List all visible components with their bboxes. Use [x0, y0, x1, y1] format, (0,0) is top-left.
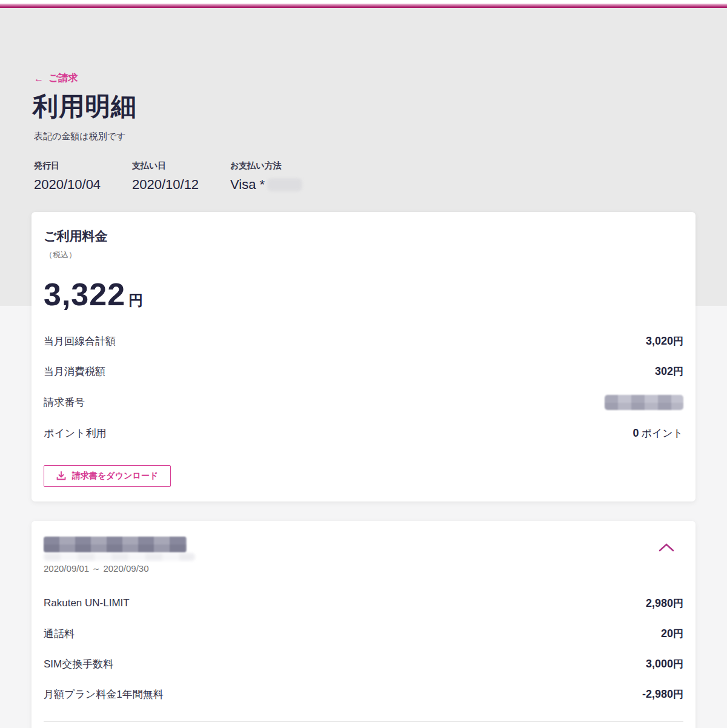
page-title: 利用明細 [33, 90, 695, 124]
row-unit: 円 [673, 598, 683, 609]
download-invoice-button[interactable]: 請求書をダウンロード [44, 465, 171, 487]
row-value: 3,000 [646, 658, 673, 670]
billing-period: 2020/09/01 ～ 2020/09/30 [44, 563, 195, 575]
line-detail-card: 2020/09/01 ～ 2020/09/30 Rakuten UN-LIMIT… [32, 521, 695, 728]
total-amount: 3,322 円 [44, 276, 683, 313]
row-unit: 円 [673, 689, 683, 700]
row-value: 2,980 [646, 597, 673, 609]
meta-value: Visa * [230, 177, 265, 193]
meta-label: お支払い方法 [230, 160, 328, 171]
row-value: 20 [661, 627, 673, 640]
table-row: 請求番号 [44, 386, 683, 418]
meta-payment-method: お支払い方法 Visa * [230, 160, 328, 193]
table-row: Rakuten UN-LIMIT 2,980円 [44, 588, 683, 618]
back-link[interactable]: ← ご請求 [34, 72, 78, 85]
chevron-up-icon [658, 543, 675, 552]
back-arrow-icon: ← [34, 73, 44, 84]
meta-label: 発行日 [34, 160, 132, 171]
billing-summary-card: ご利用料金 （税込） 3,322 円 当月回線合計額 3,020円 当月消費税額… [32, 212, 695, 501]
table-row: SIM交換手数料 3,000円 [44, 649, 683, 679]
row-value: -2,980 [642, 688, 673, 700]
table-row: 通話料 20円 [44, 618, 683, 649]
row-label: SIM交換手数料 [44, 657, 113, 671]
row-label: Rakuten UN-LIMIT [44, 597, 130, 609]
row-label: ポイント利用 [44, 426, 107, 440]
total-amount-number: 3,322 [44, 276, 125, 313]
row-label: 通話料 [44, 627, 75, 641]
main-content: ← ご請求 利用明細 表記の金額は税別です 発行日 2020/10/04 支払い… [0, 58, 727, 728]
row-value: 0 [632, 427, 639, 439]
meta-value: 2020/10/12 [132, 177, 230, 193]
row-unit: 円 [673, 366, 683, 377]
collapse-card-button[interactable] [658, 543, 675, 552]
row-value: 3,020 [646, 335, 673, 347]
tax-included-note: （税込） [45, 250, 683, 260]
table-row: 月額プラン料金1年間無料 -2,980円 [44, 679, 683, 709]
total-amount-unit: 円 [128, 291, 143, 310]
meta-label: 支払い日 [132, 160, 230, 171]
table-row: 当月消費税額 302円 [44, 356, 683, 386]
download-button-label: 請求書をダウンロード [72, 471, 158, 481]
meta-payment-date: 支払い日 2020/10/12 [132, 160, 230, 193]
row-label: 月額プラン料金1年間無料 [44, 687, 164, 701]
line-holder-info: 2020/09/01 ～ 2020/09/30 [44, 537, 195, 575]
row-unit: 円 [673, 628, 683, 640]
summary-rows: 当月回線合計額 3,020円 当月消費税額 302円 請求番号 ポイント利用 0… [44, 326, 683, 448]
invoice-meta: 発行日 2020/10/04 支払い日 2020/10/12 お支払い方法 Vi… [34, 160, 695, 193]
detail-rows: Rakuten UN-LIMIT 2,980円 通話料 20円 SIM交換手数料… [44, 588, 683, 709]
row-label: 請求番号 [44, 395, 85, 409]
page-subtitle: 表記の金額は税別です [34, 131, 695, 142]
card-number-redacted [267, 178, 302, 191]
download-icon [56, 471, 66, 481]
row-unit: 円 [673, 336, 683, 347]
row-value: 302 [655, 365, 673, 377]
line-holder-name-redacted [44, 537, 187, 552]
meta-issue-date: 発行日 2020/10/04 [34, 160, 132, 193]
table-row: 当月回線合計額 3,020円 [44, 326, 683, 356]
total-row: 合計金額 3,020円 [44, 722, 683, 728]
row-unit: 円 [673, 658, 683, 670]
back-link-label: ご請求 [48, 72, 78, 85]
invoice-number-redacted [605, 395, 683, 410]
table-row: ポイント利用 0ポイント [44, 418, 683, 448]
summary-card-title: ご利用料金 [44, 228, 683, 245]
meta-value: 2020/10/04 [34, 177, 132, 193]
row-unit: ポイント [641, 428, 683, 439]
row-label: 当月消費税額 [44, 365, 105, 379]
line-holder-name-redacted-fade [44, 553, 195, 561]
row-label: 当月回線合計額 [44, 334, 116, 348]
brand-accent-line [0, 4, 727, 8]
